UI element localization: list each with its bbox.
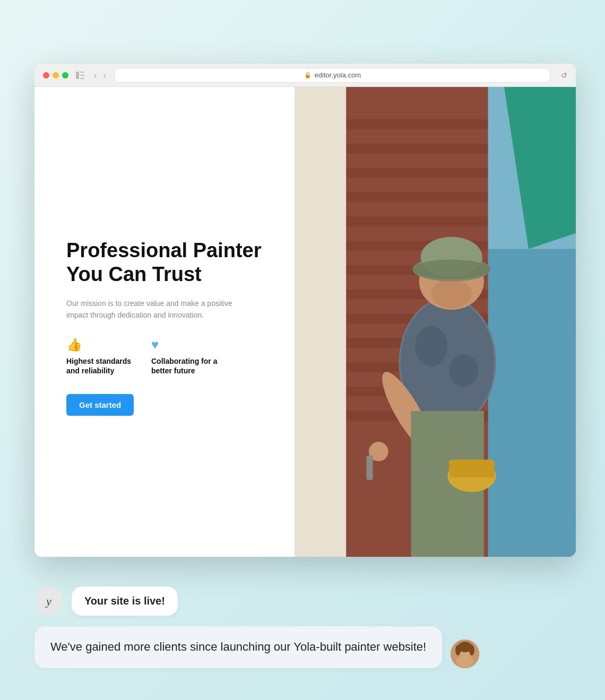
user-testimonial: We've gained more clients since launchin… bbox=[34, 626, 571, 668]
thumbsup-icon: 👍 bbox=[66, 337, 135, 352]
svg-point-29 bbox=[449, 354, 478, 387]
svg-point-45 bbox=[455, 645, 461, 655]
hero-title: Professional Painter You Can Trust bbox=[66, 239, 273, 287]
feature-label-2: Collaborating for a better future bbox=[151, 356, 220, 375]
svg-point-36 bbox=[412, 259, 490, 279]
hero-image-panel bbox=[295, 87, 576, 557]
user-avatar bbox=[451, 640, 479, 668]
svg-rect-1 bbox=[80, 72, 84, 73]
svg-rect-2 bbox=[80, 75, 84, 76]
maximize-button[interactable] bbox=[62, 72, 68, 78]
svg-rect-0 bbox=[76, 72, 79, 79]
chat-area: y Your site is live! We've gained more c… bbox=[34, 587, 571, 668]
yola-avatar: y bbox=[34, 587, 63, 616]
reload-button[interactable]: ↺ bbox=[561, 71, 567, 80]
svg-rect-11 bbox=[342, 168, 488, 178]
svg-point-28 bbox=[415, 326, 447, 366]
testimonial-text: We've gained more clients since launchin… bbox=[50, 640, 426, 653]
feature-label-1: Highest standards and reliability bbox=[66, 356, 135, 375]
address-bar[interactable]: 🔒 editor.yola.com bbox=[115, 68, 550, 83]
browser-window: ‹ › 🔒 editor.yola.com ↺ Professional Pai… bbox=[34, 64, 576, 557]
svg-rect-25 bbox=[295, 87, 346, 557]
svg-rect-3 bbox=[80, 78, 84, 79]
browser-content: Professional Painter You Can Trust Our m… bbox=[34, 87, 576, 557]
features-row: 👍 Highest standards and reliability ♥ Co… bbox=[66, 337, 273, 375]
hero-left-panel: Professional Painter You Can Trust Our m… bbox=[34, 87, 295, 557]
feature-item-1: 👍 Highest standards and reliability bbox=[66, 337, 135, 375]
testimonial-bubble: We've gained more clients since launchin… bbox=[34, 626, 442, 668]
svg-rect-10 bbox=[342, 144, 488, 153]
notification-text: Your site is live! bbox=[84, 595, 165, 607]
yola-notification-bubble: Your site is live! bbox=[72, 587, 178, 616]
svg-rect-32 bbox=[366, 456, 373, 480]
sidebar-toggle-icon[interactable] bbox=[75, 70, 85, 81]
back-button[interactable]: ‹ bbox=[92, 69, 99, 81]
forward-button[interactable]: › bbox=[101, 69, 108, 81]
svg-point-37 bbox=[431, 279, 471, 308]
hero-subtitle: Our mission is to create value and make … bbox=[66, 298, 236, 321]
browser-chrome: ‹ › 🔒 editor.yola.com ↺ bbox=[34, 64, 576, 87]
yola-notification: y Your site is live! bbox=[34, 587, 571, 616]
get-started-button[interactable]: Get started bbox=[66, 394, 134, 416]
nav-buttons: ‹ › bbox=[92, 69, 108, 81]
lock-icon: 🔒 bbox=[304, 72, 312, 78]
traffic-lights bbox=[43, 72, 68, 78]
svg-point-43 bbox=[456, 655, 473, 668]
svg-rect-12 bbox=[342, 192, 488, 202]
url-text: editor.yola.com bbox=[315, 71, 361, 79]
minimize-button[interactable] bbox=[53, 72, 59, 78]
svg-rect-9 bbox=[342, 119, 488, 129]
close-button[interactable] bbox=[43, 72, 49, 78]
svg-rect-13 bbox=[342, 216, 488, 226]
painter-image bbox=[295, 87, 576, 557]
heart-icon: ♥ bbox=[151, 337, 220, 352]
svg-point-46 bbox=[469, 645, 474, 655]
feature-item-2: ♥ Collaborating for a better future bbox=[151, 337, 220, 375]
user-avatar-image bbox=[451, 640, 479, 668]
svg-rect-40 bbox=[449, 460, 495, 478]
